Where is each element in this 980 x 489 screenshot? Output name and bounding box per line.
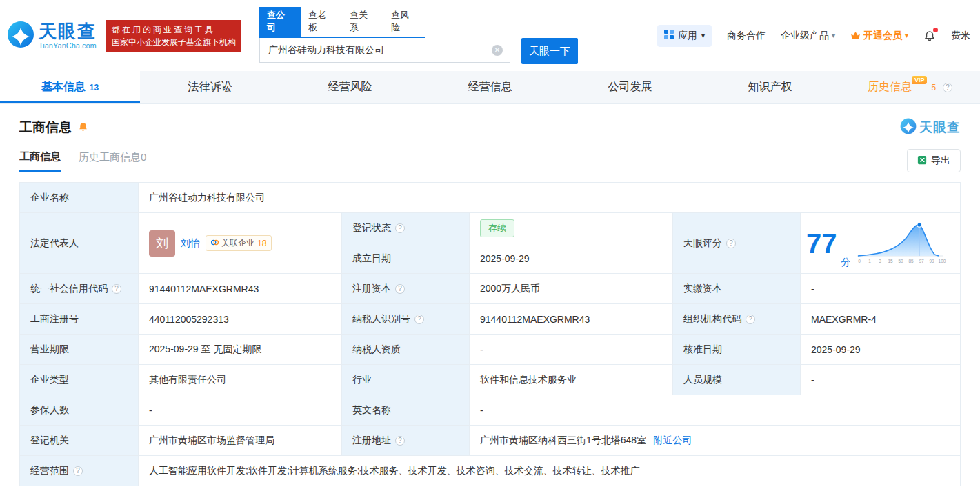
apps-grid-icon — [664, 30, 674, 41]
nav-enterprise-label: 企业级产品 — [781, 30, 829, 42]
company-type-label: 企业类型 — [20, 365, 139, 395]
notifications-bell-icon[interactable] — [923, 30, 936, 42]
industry-label: 行业 — [342, 365, 470, 395]
related-companies-badge[interactable]: 关联企业 18 — [206, 235, 272, 251]
export-icon — [917, 155, 927, 167]
search-tab-relation[interactable]: 查关系 — [342, 7, 383, 37]
tab-basic-info[interactable]: 基本信息 13 — [0, 71, 140, 103]
search-tab-company[interactable]: 查公司 — [259, 7, 301, 37]
search-tab-risk[interactable]: 查风险 — [383, 7, 425, 37]
score-value: 77 — [806, 230, 837, 257]
search-button[interactable]: 天眼一下 — [521, 38, 578, 64]
export-button[interactable]: 导出 — [907, 149, 961, 172]
approval-date-label: 核准日期 — [673, 335, 801, 365]
tab-legal-label: 法律诉讼 — [188, 80, 232, 94]
subtab-business-registration[interactable]: 工商信息 — [19, 150, 61, 172]
taxpayer-id-value: 91440112MAEXGRMR43 — [470, 304, 673, 335]
taxpayer-quality-label: 纳税人资质 — [342, 335, 470, 365]
english-name-label: 英文名称 — [342, 395, 470, 426]
tab-legal-proceedings[interactable]: 法律诉讼 — [140, 71, 280, 103]
reg-address-value: 广州市黄埔区纳科西三街1号北塔648室 — [480, 435, 646, 447]
svg-text:85: 85 — [908, 259, 914, 263]
business-term-value: 2025-09-29 至 无固定期限 — [139, 335, 342, 365]
help-icon[interactable]: ? — [746, 315, 755, 324]
legal-rep-avatar[interactable]: 刘 — [149, 230, 175, 257]
top-header: 天眼查 TianYanCha.com 都在用的商业查询工具 国家中小企业发展子基… — [0, 0, 980, 68]
brand-domain: TianYanCha.com — [39, 41, 97, 50]
watermark-logo-icon — [900, 118, 917, 137]
svg-text:50: 50 — [898, 259, 903, 263]
tab-company-development[interactable]: 公司发展 — [560, 71, 700, 103]
help-icon[interactable]: ? — [112, 284, 121, 294]
search-box: ✕ — [259, 38, 510, 63]
help-icon[interactable]: ? — [395, 436, 405, 446]
slogan-line1: 都在用的商业查询工具 — [112, 23, 236, 36]
org-code-value: MAEXGRMR-4 — [801, 304, 961, 335]
nav-vip-label: 开通会员 — [863, 30, 902, 42]
table-row: 企业名称 广州谷硅动力科技有限公司 — [20, 183, 961, 213]
industry-value: 软件和信息技术服务业 — [470, 365, 673, 395]
svg-text:100: 100 — [938, 259, 946, 263]
reg-status-cell: 存续 — [470, 213, 673, 243]
related-companies-icon — [211, 239, 219, 248]
staff-size-value: - — [801, 365, 961, 395]
svg-text:97: 97 — [919, 259, 924, 263]
score-label: 天眼评分 ? — [673, 213, 801, 274]
apps-label: 应用 — [678, 30, 697, 42]
brand-name: 天眼查 — [39, 22, 97, 40]
chevron-down-icon: ▾ — [832, 32, 835, 39]
tab-development-label: 公司发展 — [608, 80, 652, 94]
section-title: 工商信息 — [19, 119, 72, 137]
business-info-table: 企业名称 广州谷硅动力科技有限公司 法定代表人 刘 刘怡 关联企业 18 — [19, 182, 961, 486]
help-icon[interactable]: ? — [395, 223, 405, 233]
clear-search-icon[interactable]: ✕ — [492, 45, 503, 56]
nav-open-vip[interactable]: 开通会员 ▾ — [850, 30, 908, 42]
notification-dot — [933, 28, 938, 32]
help-icon[interactable]: ? — [414, 315, 424, 324]
nav-enterprise-products[interactable]: 企业级产品 ▾ — [781, 30, 835, 42]
tab-operating-risk[interactable]: 经营风险 — [280, 71, 420, 103]
chevron-down-icon: ▾ — [701, 32, 705, 39]
company-page-tabs: 基本信息 13 法律诉讼 经营风险 经营信息 公司发展 知识产权 历史信息 VI… — [0, 71, 980, 104]
reg-number-value: 440112005292313 — [139, 304, 342, 335]
svg-text:15: 15 — [888, 259, 893, 263]
table-row: 营业期限 2025-09-29 至 无固定期限 纳税人资质 - 核准日期 202… — [20, 335, 961, 365]
watermark-logo: 天眼查 — [900, 118, 961, 137]
tab-history-info[interactable]: 历史信息 VIP 5 ? — [840, 71, 980, 103]
business-scope-label: 经营范围 ? — [20, 456, 139, 486]
subtab-history-label: 历史工商信息 — [79, 151, 141, 163]
nav-user[interactable]: 费米 — [951, 30, 970, 42]
subscribe-bell-icon[interactable] — [77, 121, 89, 133]
tab-intellectual-property[interactable]: 知识产权 — [700, 71, 840, 103]
apps-menu[interactable]: 应用 ▾ — [657, 25, 712, 47]
help-icon[interactable]: ? — [726, 239, 736, 248]
search-input[interactable] — [260, 38, 510, 62]
tab-risk-label: 经营风险 — [328, 80, 372, 94]
nav-business-cooperation[interactable]: 商务合作 — [727, 30, 766, 42]
help-icon[interactable]: ? — [395, 284, 405, 294]
legal-rep-name-link[interactable]: 刘怡 — [181, 237, 200, 250]
top-nav: 应用 ▾ 商务合作 企业级产品 ▾ 开通会员 ▾ 费米 — [657, 25, 970, 47]
approval-date-value: 2025-09-29 — [801, 335, 961, 365]
tianyancha-logo[interactable]: 天眼查 TianYanCha.com — [7, 21, 97, 50]
insured-count-value: - — [139, 395, 342, 426]
help-icon[interactable]: ? — [943, 83, 952, 92]
reg-capital-label: 注册资本 ? — [342, 274, 470, 304]
paid-capital-label: 实缴资本 — [673, 274, 801, 304]
business-scope-value: 人工智能应用软件开发;软件开发;计算机系统服务;技术服务、技术开发、技术咨询、技… — [139, 456, 961, 486]
subtab-history-registration[interactable]: 历史工商信息0 — [79, 151, 146, 170]
score-unit: 分 — [841, 257, 851, 269]
tab-basic-info-label: 基本信息 — [41, 80, 86, 94]
tab-business-info[interactable]: 经营信息 — [420, 71, 560, 103]
table-row: 法定代表人 刘 刘怡 关联企业 18 登记状态 ? — [20, 213, 961, 274]
svg-text:99: 99 — [929, 259, 934, 263]
help-icon[interactable]: ? — [73, 466, 83, 476]
related-companies-count: 18 — [257, 239, 266, 248]
legal-rep-cell: 刘 刘怡 关联企业 18 — [139, 213, 342, 274]
main-content: 工商信息 天眼查 工商信息 历史工商信息0 导出 — [0, 118, 980, 486]
search-tab-boss[interactable]: 查老板 — [301, 7, 342, 37]
table-row: 企业类型 其他有限责任公司 行业 软件和信息技术服务业 人员规模 - — [20, 365, 961, 395]
nearby-companies-link[interactable]: 附近公司 — [653, 435, 692, 447]
table-row: 工商注册号 440112005292313 纳税人识别号 ? 91440112M… — [20, 304, 961, 335]
company-name-label: 企业名称 — [20, 183, 139, 213]
